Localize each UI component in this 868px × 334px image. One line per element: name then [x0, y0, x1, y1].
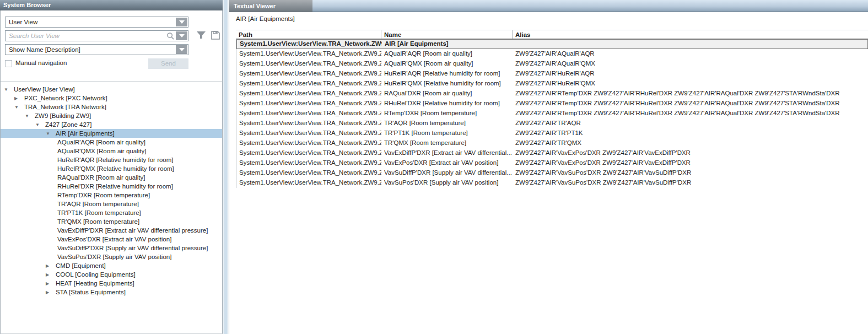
tree-item[interactable]: ▼TRA_Network [TRA Network] — [1, 103, 222, 111]
display-mode-combobox[interactable]: Show Name [Description] — [5, 44, 188, 55]
table-row[interactable]: System1.UserView:UserView.TRA_Network.ZW… — [236, 109, 868, 118]
objects-table: Path Name Alias System1.UserView:UserVie… — [236, 30, 868, 188]
tree-item-label: TR'QMX [Room temperature] — [57, 218, 139, 225]
tree-item[interactable]: ▶CMD [Equipment] — [1, 261, 222, 270]
table-row[interactable]: System1.UserView:UserView.TRA_Network.ZW… — [236, 59, 868, 69]
panel-splitter[interactable] — [223, 0, 229, 334]
cell-path: System1.UserView:UserView.TRA_Network.ZW… — [236, 69, 381, 79]
tree-item[interactable]: TR'QMX [Room temperature] — [1, 217, 222, 226]
expand-triangle-icon[interactable]: ▶ — [14, 94, 24, 103]
tree-item[interactable]: VavExDiffP'DXR [Extract air VAV differen… — [1, 226, 222, 235]
tree-item-label: COOL [Cooling Equipments] — [56, 271, 136, 278]
tree-item-label: TR'AQR [Room temperature] — [57, 201, 139, 207]
tree-item-label: VavSuPos'DXR [Supply air VAV position] — [57, 254, 171, 260]
chevron-down-icon — [179, 20, 185, 24]
table-row[interactable]: System1.UserView:UserView.TRA_Network.ZW… — [236, 148, 868, 158]
cell-name: TR'PT1K [Room temperature] — [381, 128, 513, 138]
textual-viewer-panel: Textual Viewer AIR [Air Equipments] Path… — [229, 0, 868, 334]
tree-item[interactable]: ▼UserView [User View] — [1, 85, 222, 94]
table-row[interactable]: System1.UserView:UserView.TRA_Network.ZW… — [236, 89, 868, 99]
save-icon[interactable] — [211, 30, 220, 40]
search-input[interactable] — [6, 31, 163, 41]
tree-item-label: RHuRel'DXR [Relative humidity for room] — [57, 183, 173, 190]
cell-path: System1.UserView:UserView.TRA_Network.ZW… — [236, 59, 381, 69]
cell-name: RTemp'DXR [Room temperature] — [381, 109, 513, 118]
tree-item-label: AIR [Air Equipments] — [56, 130, 115, 137]
tree-item[interactable]: AQualR'AQR [Room air quality] — [1, 138, 222, 147]
filter-icon[interactable] — [196, 30, 206, 40]
search-dropdown-button[interactable] — [176, 31, 187, 40]
tree-item[interactable]: ▶PXC_Network [PXC Network] — [1, 94, 222, 103]
cell-name: TR'QMX [Room temperature] — [381, 138, 513, 148]
column-header-path[interactable]: Path — [236, 30, 381, 39]
cell-alias: ZW9'Z427'AIR'HuRelR'QMX — [513, 79, 868, 89]
tree-item[interactable]: ▼Z427 [Zone 427] — [1, 120, 222, 129]
tree-item[interactable]: VavSuDiffP'DXR [Supply air VAV different… — [1, 244, 222, 252]
expand-triangle-icon[interactable]: ▶ — [46, 279, 56, 288]
tree-item[interactable]: AQualR'QMX [Room air quality] — [1, 147, 222, 155]
manual-navigation-label: Manual navigation — [15, 60, 67, 66]
table-row[interactable]: System1.UserView:UserView.TRA_Network.ZW… — [236, 69, 868, 79]
tree-item-label: RAQual'DXR [Room air quality] — [57, 174, 145, 181]
table-row[interactable]: System1.UserView:UserView.TRA_Network.ZW… — [236, 168, 868, 178]
tree-item[interactable]: ▼ZW9 [Building ZW9] — [1, 111, 222, 120]
tree-item[interactable]: HuRelR'AQR [Relative humidity for room] — [1, 155, 222, 164]
display-mode-dropdown-button[interactable] — [176, 45, 187, 54]
tree-item[interactable]: VavSuPos'DXR [Supply air VAV position] — [1, 252, 222, 261]
tree-item[interactable]: RTemp'DXR [Room temperature] — [1, 191, 222, 200]
tree-item[interactable]: VavExPos'DXR [Extract air VAV position] — [1, 235, 222, 244]
tree-item-label: AQualR'AQR [Room air quality] — [57, 139, 145, 146]
tree-item[interactable]: ▶COOL [Cooling Equipments] — [1, 270, 222, 279]
tree-item-label: HEAT [Heating Equipments] — [56, 280, 134, 287]
tree-item-label: PXC_Network [PXC Network] — [24, 95, 107, 101]
expand-triangle-icon[interactable]: ▼ — [46, 130, 56, 138]
column-header-name[interactable]: Name — [381, 30, 512, 39]
send-button[interactable]: Send — [148, 58, 188, 69]
table-row[interactable]: System1.UserView:UserView.TRA_Network.ZW… — [236, 158, 868, 168]
table-row[interactable]: System1.UserView:UserView.TRA_Network.ZW… — [236, 39, 868, 49]
column-header-alias[interactable]: Alias — [512, 30, 868, 39]
cell-alias: ZW9'Z427'AIR'VavSuPos'DXR ZW9'Z427'AIR'V… — [513, 178, 868, 188]
cell-path: System1.UserView:UserView.TRA_Network.ZW… — [236, 168, 381, 178]
view-selector-dropdown-button[interactable] — [176, 18, 187, 26]
expand-triangle-icon[interactable]: ▼ — [14, 103, 24, 112]
manual-navigation-checkbox[interactable] — [5, 60, 12, 67]
tree-item[interactable]: TR'PT1K [Room temperature] — [1, 208, 222, 217]
expand-triangle-icon[interactable]: ▶ — [46, 288, 56, 297]
tree-item[interactable]: HuRelR'QMX [Relative humidity for room] — [1, 164, 222, 173]
table-row[interactable]: System1.UserView:UserView.TRA_Network.ZW… — [236, 99, 868, 109]
expand-triangle-icon[interactable]: ▼ — [35, 121, 45, 130]
view-selector-combobox[interactable]: User View — [5, 17, 188, 28]
table-row[interactable]: System1.UserView:UserView.TRA_Network.ZW… — [236, 49, 868, 59]
tree-item-label: STA [Status Equipments] — [56, 289, 126, 295]
cell-path: System1.UserView:UserView.TRA_Network.ZW… — [236, 49, 381, 59]
expand-triangle-icon[interactable]: ▶ — [46, 262, 56, 271]
tree-item[interactable]: TR'AQR [Room temperature] — [1, 200, 222, 208]
tree-item[interactable]: RAQual'DXR [Room air quality] — [1, 173, 222, 182]
chevron-down-icon — [179, 48, 185, 51]
table-row[interactable]: System1.UserView:UserView.TRA_Network.ZW… — [236, 128, 868, 138]
tree-item[interactable]: ▶STA [Status Equipments] — [1, 288, 222, 297]
cell-name: HuRelR'AQR [Relative humidity for room] — [381, 69, 513, 79]
tree-item[interactable]: RHuRel'DXR [Relative humidity for room] — [1, 182, 222, 191]
tab-textual-viewer[interactable]: Textual Viewer — [229, 0, 312, 12]
cell-alias: ZW9'Z427'AIR'TR'QMX — [513, 138, 868, 148]
table-row[interactable]: System1.UserView:UserView.TRA_Network.ZW… — [236, 138, 868, 148]
search-icon[interactable] — [166, 32, 175, 40]
system-browser-panel: System Browser User View Show Name [Desc… — [0, 0, 223, 334]
table-row[interactable]: System1.UserView:UserView.TRA_Network.ZW… — [236, 79, 868, 89]
chevron-down-icon — [179, 34, 185, 37]
display-mode-value: Show Name [Description] — [9, 45, 80, 55]
cell-path: System1.UserView:UserView.TRA_Network.ZW… — [236, 178, 381, 188]
tree-item-label: TRA_Network [TRA Network] — [24, 104, 106, 110]
expand-triangle-icon[interactable]: ▼ — [25, 112, 35, 121]
cell-alias: ZW9'Z427'AIR'VavExPos'DXR ZW9'Z427'AIR'V… — [513, 158, 868, 168]
table-row[interactable]: System1.UserView:UserView.TRA_Network.ZW… — [236, 178, 868, 188]
cell-name: HuRelR'QMX [Relative humidity for room] — [381, 79, 513, 89]
expand-triangle-icon[interactable]: ▶ — [46, 271, 56, 279]
tree-item[interactable]: ▶HEAT [Heating Equipments] — [1, 279, 222, 288]
expand-triangle-icon[interactable]: ▼ — [4, 85, 14, 94]
table-row[interactable]: System1.UserView:UserView.TRA_Network.ZW… — [236, 118, 868, 128]
tree-item[interactable]: ▼AIR [Air Equipments] — [1, 129, 222, 138]
tree-item-label: TR'PT1K [Room temperature] — [57, 209, 141, 216]
